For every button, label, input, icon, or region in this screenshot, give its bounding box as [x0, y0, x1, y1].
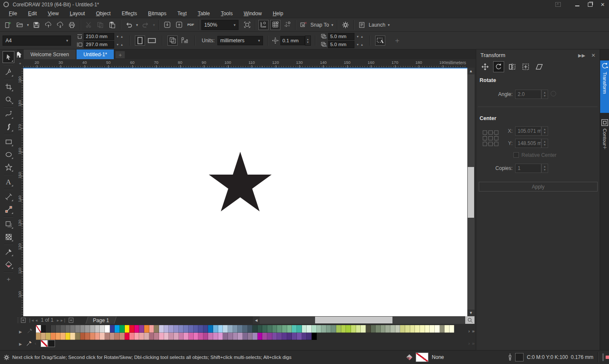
color-swatch[interactable] — [159, 325, 164, 333]
undo-dropdown-icon[interactable]: ▾ — [135, 23, 139, 27]
color-swatch[interactable] — [267, 325, 272, 333]
color-swatch[interactable] — [272, 325, 277, 333]
color-swatch[interactable] — [48, 340, 55, 347]
open-icon[interactable] — [14, 20, 25, 30]
color-swatch[interactable] — [287, 333, 292, 340]
status-gear-icon[interactable] — [3, 354, 10, 361]
launch-icon[interactable] — [357, 20, 367, 30]
duplicate-x-spinner[interactable]: ▾▴ — [356, 35, 364, 38]
duplicate-y-spinner[interactable]: ▾▴ — [356, 43, 364, 47]
color-swatch[interactable] — [228, 333, 233, 340]
treat-as-filled-icon[interactable] — [375, 36, 385, 46]
transform-mode-skew-icon[interactable] — [534, 61, 545, 72]
color-swatch[interactable] — [125, 325, 130, 333]
palette-scroll-icon[interactable]: › — [468, 328, 470, 334]
color-swatch[interactable] — [56, 333, 61, 340]
color-swatch[interactable] — [56, 325, 61, 333]
rectangle-tool-icon[interactable] — [3, 136, 14, 148]
color-swatch[interactable] — [80, 325, 85, 333]
menu-tools[interactable]: Tools — [215, 10, 238, 17]
color-swatch[interactable] — [390, 325, 395, 333]
color-swatch[interactable] — [144, 333, 149, 340]
color-swatch[interactable] — [228, 325, 233, 333]
options-gear-icon[interactable] — [340, 20, 351, 30]
menu-bitmaps[interactable]: Bitmaps — [143, 10, 172, 17]
color-swatch[interactable] — [189, 325, 194, 333]
open-dropdown-icon[interactable]: ▾ — [26, 23, 30, 27]
color-swatch[interactable] — [179, 333, 184, 340]
color-swatch[interactable] — [36, 333, 41, 340]
color-swatch[interactable] — [154, 333, 159, 340]
color-swatch[interactable] — [198, 325, 203, 333]
first-page-icon[interactable]: ❘◂ — [28, 318, 33, 323]
doc-palette-expand-icon[interactable]: ▶ — [19, 342, 22, 346]
color-swatch[interactable] — [336, 325, 341, 333]
color-swatch[interactable] — [105, 333, 110, 340]
duplicate-x-field[interactable]: 5.0 mm — [328, 33, 354, 40]
color-swatch[interactable] — [346, 325, 351, 333]
color-swatch[interactable] — [100, 333, 105, 340]
color-swatch[interactable] — [252, 325, 258, 333]
doc-tab-welcome-screen[interactable]: Welcome Screen — [24, 49, 76, 59]
export-icon[interactable] — [174, 20, 184, 30]
palette-eyedropper-dim-icon[interactable] — [27, 328, 33, 334]
nudge-spinner[interactable]: ▴▾ — [305, 36, 311, 46]
doc-palette-scroll-icon[interactable]: › — [468, 341, 470, 346]
star-shape[interactable] — [209, 152, 272, 211]
color-swatch[interactable] — [400, 325, 405, 333]
show-grid-icon[interactable] — [270, 20, 280, 30]
vertical-scroll-thumb[interactable] — [468, 167, 474, 218]
center-y-field[interactable]: 148.505 mi — [515, 139, 541, 148]
color-swatch[interactable] — [134, 333, 140, 340]
vertical-scrollbar[interactable]: ▲ ▼ — [467, 68, 475, 316]
close-button[interactable]: ✕ — [596, 0, 609, 9]
horizontal-scrollbar[interactable]: ◄ ► — [253, 316, 475, 324]
docker-collapse-icon[interactable]: ▶▶ — [578, 53, 585, 58]
new-tab-button[interactable]: ＋ — [115, 51, 125, 58]
menu-edit[interactable]: Edit — [22, 10, 42, 17]
center-x-field[interactable]: 105.071 mi — [515, 126, 541, 136]
color-swatch[interactable] — [312, 325, 317, 333]
color-swatch[interactable] — [125, 333, 130, 340]
scroll-up-icon[interactable]: ▲ — [467, 68, 475, 74]
zoom-tool-icon[interactable] — [3, 93, 14, 105]
color-swatch[interactable] — [297, 333, 302, 340]
dimension-tool-icon[interactable] — [3, 191, 14, 203]
transform-mode-scale-mirror-icon[interactable] — [507, 61, 518, 72]
color-swatch[interactable] — [415, 325, 420, 333]
color-swatch[interactable] — [361, 325, 366, 333]
color-swatch[interactable] — [120, 325, 125, 333]
color-swatch[interactable] — [194, 333, 199, 340]
color-swatch[interactable] — [149, 333, 154, 340]
color-swatch[interactable] — [405, 325, 410, 333]
color-swatch[interactable] — [60, 333, 66, 340]
page-height-field[interactable]: 297.0 mm — [84, 41, 114, 48]
color-swatch[interactable] — [70, 333, 75, 340]
docker-tab-contour[interactable]: Contour — [600, 117, 609, 161]
color-swatch[interactable] — [70, 325, 75, 333]
full-screen-preview-icon[interactable] — [242, 20, 252, 30]
current-page-icon[interactable] — [179, 36, 189, 46]
color-swatch[interactable] — [164, 333, 169, 340]
snap-to-label[interactable]: Snap To — [310, 22, 329, 28]
pan-zoom-icon[interactable] — [465, 316, 475, 324]
import-icon[interactable] — [162, 20, 172, 30]
redo-icon[interactable] — [140, 20, 151, 30]
color-swatch[interactable] — [139, 333, 144, 340]
landscape-icon[interactable] — [147, 36, 157, 46]
color-swatch[interactable] — [223, 325, 228, 333]
relative-center-checkbox[interactable] — [513, 152, 519, 158]
center-y-spinner[interactable]: ▲▼ — [541, 139, 548, 148]
color-swatch[interactable] — [189, 333, 194, 340]
menu-view[interactable]: View — [42, 10, 64, 17]
color-swatch[interactable] — [100, 325, 105, 333]
crop-tool-icon[interactable] — [3, 81, 14, 93]
center-x-spinner[interactable]: ▲▼ — [541, 126, 548, 136]
palette-expand-icon[interactable]: ▶ — [19, 330, 22, 334]
customize-property-bar-button[interactable]: ＋ — [394, 36, 401, 45]
palette-grip[interactable] — [17, 317, 19, 323]
color-swatch[interactable] — [321, 325, 326, 333]
color-swatch[interactable] — [41, 333, 46, 340]
scroll-left-icon[interactable]: ◄ — [253, 316, 260, 324]
color-swatch[interactable] — [95, 325, 100, 333]
